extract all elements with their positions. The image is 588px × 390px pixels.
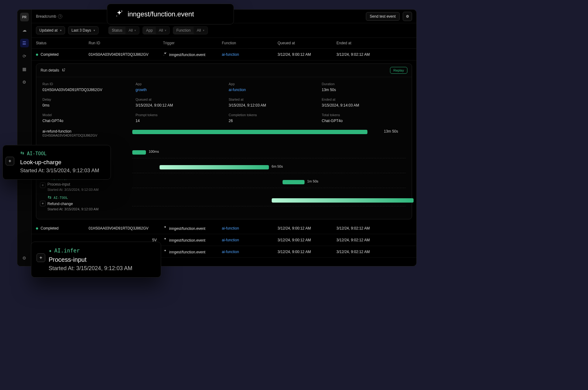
settings-button[interactable]: ⚙ <box>403 12 412 21</box>
sidebar-item-refresh[interactable]: ⟳ <box>20 52 29 60</box>
replay-button[interactable]: Replay <box>390 67 407 74</box>
svg-point-2 <box>121 11 122 11</box>
status-dot-icon <box>36 54 38 56</box>
sidebar-item-workspace[interactable]: PR <box>20 13 29 21</box>
meta-grid: Run ID01HS0AA03V04D91RTDQ3J862GV Appgrow… <box>36 77 412 128</box>
float-infer-tag: ✦AI.infer <box>49 248 153 254</box>
table-row[interactable]: Completed 01HS0AA03V04D91RTDQ3J862GV inn… <box>32 222 416 234</box>
filter-app-value[interactable]: All▾ <box>156 27 169 34</box>
table-row[interactable]: Completed 01HS0AA03V04D91RTDQ3J862GV inn… <box>32 49 416 60</box>
filter-function[interactable]: Function All▾ <box>173 26 208 34</box>
step-row: + AI-TOOL Refund-change Started At: 3/15… <box>42 195 406 211</box>
float-tool-card: AI-TOOL Look-up-charge Started At: 3/15/… <box>2 145 111 180</box>
cell-ended: 3/12/24, 9:02:12 AM <box>336 52 392 57</box>
filter-status-label: Status <box>109 27 125 34</box>
float-infer-card: ✦AI.infer Process-input Started At: 3/15… <box>31 242 161 278</box>
summary-duration: 13m 50s <box>384 129 406 137</box>
breadcrumb-label: Breadcrumb <box>36 14 56 19</box>
cell-function[interactable]: ai-function <box>222 52 278 57</box>
filter-bar: Updated at▾ Last 3 Days▾ Status All▾ App… <box>32 23 416 38</box>
cell-runid: 01HS0AA03V04D91RTDQ3J862GV <box>89 52 163 57</box>
filter-app[interactable]: App All▾ <box>143 26 170 34</box>
timeline-summary: ai-refund-function 01HS0AA03V04D91RTDQ3J… <box>36 128 412 141</box>
sparkle-icon <box>163 52 167 56</box>
sparkle-icon <box>115 10 123 19</box>
send-test-event-button[interactable]: Send test event <box>366 12 400 21</box>
app-link-growth[interactable]: growth <box>136 88 220 92</box>
col-ended: Ended at <box>336 41 392 45</box>
float-trigger-card: inngest/function.event <box>107 4 234 24</box>
float-tool-started: Started At: 3/15/2024, 9:12:03 AM <box>20 168 103 174</box>
step-name: Process-input <box>47 182 129 186</box>
filter-function-value[interactable]: All▾ <box>194 27 207 34</box>
sidebar-item-settings[interactable]: ⚙ <box>20 78 29 86</box>
col-function: Function <box>222 41 278 45</box>
sidebar-item-settings-bottom[interactable]: ⚙ <box>20 254 29 262</box>
filter-function-label: Function <box>173 27 194 34</box>
col-queued: Queued at <box>278 41 336 45</box>
breadcrumb: Breadcrumb ? <box>36 14 62 19</box>
main-area: Breadcrumb ? Send test event ⚙ Updated a… <box>32 10 416 266</box>
app-window: PR ☁ ☰ ⟳ ▦ ⚙ ⚙ Breadcrumb ? Send test ev… <box>17 9 417 266</box>
col-status: Status <box>36 41 89 45</box>
filter-updated-at[interactable]: Updated at▾ <box>36 26 65 34</box>
step-tag: AI-TOOL <box>47 195 129 200</box>
app-link-function[interactable]: ai-function <box>229 88 313 92</box>
sidebar-item-cloud[interactable]: ☁ <box>20 26 29 34</box>
table-header: Status Run ID Trigger Function Queued at… <box>32 38 416 49</box>
float-infer-started: Started At: 3/15/2024, 9:12:03 AM <box>49 265 153 272</box>
run-details-panel: Run details Replay Run ID01HS0AA03V04D91… <box>36 64 412 219</box>
svg-point-3 <box>116 15 117 16</box>
float-expand-button[interactable]: + <box>37 253 45 262</box>
cell-status: Completed <box>36 52 89 57</box>
cell-queued: 3/12/24, 9:00:12 AM <box>278 52 336 57</box>
sidebar-item-apps[interactable]: ▦ <box>20 65 29 73</box>
col-trigger: Trigger <box>163 41 222 45</box>
filter-timerange[interactable]: Last 3 Days▾ <box>68 26 99 34</box>
summary-name: ai-refund-function <box>42 129 123 134</box>
svg-point-0 <box>166 52 166 53</box>
summary-runid: 01HS0AA03V04D91RTDQ3J862GV <box>42 134 123 137</box>
help-icon[interactable]: ? <box>58 14 62 19</box>
step-name: Refund-change <box>47 202 129 206</box>
col-runid: Run ID <box>89 41 163 45</box>
filter-app-label: App <box>143 27 156 34</box>
float-expand-button[interactable]: + <box>6 157 14 165</box>
svg-point-1 <box>164 55 164 55</box>
step-started: Started At: 3/15/2024, 9:12:03 AM <box>47 207 129 211</box>
external-link-icon[interactable] <box>62 68 65 73</box>
run-details-title: Run details <box>41 68 65 73</box>
sidebar-item-runs[interactable]: ☰ <box>20 39 29 47</box>
float-trigger-text: inngest/function.event <box>128 10 194 18</box>
cell-trigger: inngest/function.event <box>163 52 222 57</box>
sidebar: PR ☁ ☰ ⟳ ▦ ⚙ ⚙ <box>17 10 32 266</box>
summary-bar <box>132 130 367 134</box>
expand-step-button[interactable]: + <box>40 182 46 188</box>
float-infer-name: Process-input <box>49 256 153 263</box>
step-started: Started At: 3/15/2024, 9:12:03 AM <box>47 188 129 191</box>
float-tool-name: Look-up-charge <box>20 159 103 166</box>
expand-step-button[interactable]: + <box>40 201 46 206</box>
filter-status-value[interactable]: All▾ <box>125 27 139 34</box>
float-tool-tag: AI-TOOL <box>20 151 103 156</box>
filter-status[interactable]: Status All▾ <box>108 26 139 34</box>
